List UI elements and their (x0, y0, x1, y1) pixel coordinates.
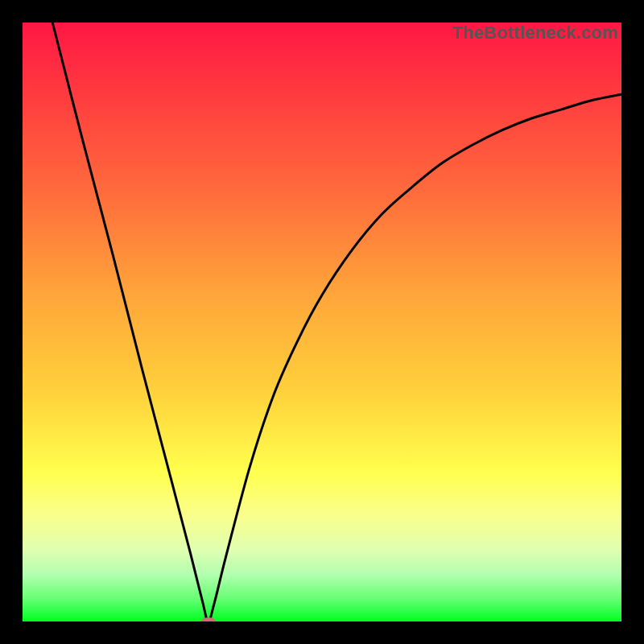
bottleneck-curve (52, 23, 621, 621)
plot-area: TheBottleneck.com (23, 23, 621, 621)
curve-marker (201, 617, 216, 621)
chart-frame: TheBottleneck.com (0, 0, 644, 644)
curve-layer (23, 23, 621, 621)
